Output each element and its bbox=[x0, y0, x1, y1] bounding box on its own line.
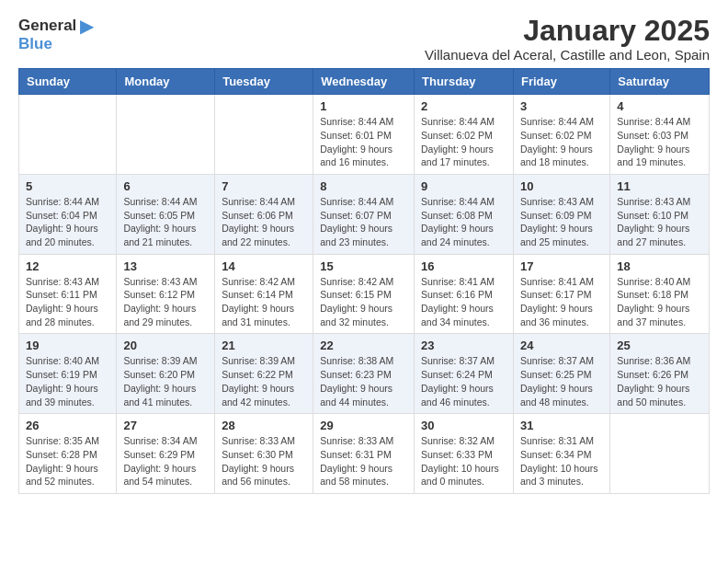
cell-day-number: 24 bbox=[520, 339, 603, 352]
calendar-cell: 13Sunrise: 8:43 AM Sunset: 6:12 PM Dayli… bbox=[117, 254, 215, 334]
cell-day-info: Sunrise: 8:44 AM Sunset: 6:05 PM Dayligh… bbox=[123, 195, 208, 249]
calendar-cell: 21Sunrise: 8:39 AM Sunset: 6:22 PM Dayli… bbox=[215, 334, 313, 414]
calendar-cell: 1Sunrise: 8:44 AM Sunset: 6:01 PM Daylig… bbox=[313, 95, 415, 175]
calendar-table: Sunday Monday Tuesday Wednesday Thursday… bbox=[18, 68, 710, 494]
cell-day-number: 28 bbox=[222, 419, 306, 432]
cell-day-info: Sunrise: 8:33 AM Sunset: 6:31 PM Dayligh… bbox=[320, 434, 407, 488]
cell-day-number: 16 bbox=[421, 259, 506, 273]
cell-day-number: 12 bbox=[26, 259, 109, 273]
cell-day-info: Sunrise: 8:44 AM Sunset: 6:02 PM Dayligh… bbox=[520, 115, 603, 169]
cell-day-number: 11 bbox=[617, 179, 702, 193]
cell-day-info: Sunrise: 8:43 AM Sunset: 6:09 PM Dayligh… bbox=[520, 195, 603, 249]
page-subtitle: Villanueva del Aceral, Castille and Leon… bbox=[425, 47, 710, 63]
cell-day-info: Sunrise: 8:37 AM Sunset: 6:25 PM Dayligh… bbox=[520, 354, 603, 408]
calendar-cell: 19Sunrise: 8:40 AM Sunset: 6:19 PM Dayli… bbox=[19, 334, 117, 414]
calendar-cell: 26Sunrise: 8:35 AM Sunset: 6:28 PM Dayli… bbox=[19, 414, 117, 494]
cell-day-number: 9 bbox=[421, 179, 506, 193]
cell-day-number: 21 bbox=[222, 339, 306, 352]
cell-day-info: Sunrise: 8:39 AM Sunset: 6:22 PM Dayligh… bbox=[222, 354, 306, 408]
header-sunday: Sunday bbox=[19, 69, 117, 95]
week-row: 1Sunrise: 8:44 AM Sunset: 6:01 PM Daylig… bbox=[19, 95, 710, 175]
calendar-cell: 8Sunrise: 8:44 AM Sunset: 6:07 PM Daylig… bbox=[313, 174, 415, 254]
cell-day-number: 29 bbox=[320, 419, 407, 432]
cell-day-info: Sunrise: 8:44 AM Sunset: 6:04 PM Dayligh… bbox=[26, 195, 109, 249]
cell-day-number: 10 bbox=[520, 179, 603, 193]
cell-day-info: Sunrise: 8:43 AM Sunset: 6:12 PM Dayligh… bbox=[123, 275, 208, 329]
cell-day-info: Sunrise: 8:44 AM Sunset: 6:06 PM Dayligh… bbox=[222, 195, 306, 249]
cell-day-info: Sunrise: 8:36 AM Sunset: 6:26 PM Dayligh… bbox=[617, 354, 702, 408]
calendar-cell: 30Sunrise: 8:32 AM Sunset: 6:33 PM Dayli… bbox=[415, 414, 514, 494]
calendar-cell: 24Sunrise: 8:37 AM Sunset: 6:25 PM Dayli… bbox=[513, 334, 609, 414]
week-row: 26Sunrise: 8:35 AM Sunset: 6:28 PM Dayli… bbox=[19, 414, 710, 494]
cell-day-number: 3 bbox=[520, 99, 603, 113]
calendar-cell bbox=[19, 95, 117, 175]
cell-day-info: Sunrise: 8:44 AM Sunset: 6:07 PM Dayligh… bbox=[320, 195, 407, 249]
calendar-cell: 14Sunrise: 8:42 AM Sunset: 6:14 PM Dayli… bbox=[215, 254, 313, 334]
cell-day-number: 8 bbox=[320, 179, 407, 193]
cell-day-info: Sunrise: 8:39 AM Sunset: 6:20 PM Dayligh… bbox=[123, 354, 208, 408]
calendar-cell bbox=[215, 95, 313, 175]
calendar-cell: 7Sunrise: 8:44 AM Sunset: 6:06 PM Daylig… bbox=[215, 174, 313, 254]
calendar-cell bbox=[610, 414, 710, 494]
cell-day-info: Sunrise: 8:44 AM Sunset: 6:02 PM Dayligh… bbox=[421, 115, 506, 169]
calendar-cell: 5Sunrise: 8:44 AM Sunset: 6:04 PM Daylig… bbox=[19, 174, 117, 254]
cell-day-number: 20 bbox=[123, 339, 208, 352]
header: General ▶ Blue January 2025 Villanueva d… bbox=[18, 15, 710, 63]
calendar-cell: 25Sunrise: 8:36 AM Sunset: 6:26 PM Dayli… bbox=[610, 334, 710, 414]
header-monday: Monday bbox=[117, 69, 215, 95]
cell-day-info: Sunrise: 8:44 AM Sunset: 6:03 PM Dayligh… bbox=[617, 115, 702, 169]
cell-day-number: 4 bbox=[617, 99, 702, 113]
calendar-cell: 17Sunrise: 8:41 AM Sunset: 6:17 PM Dayli… bbox=[513, 254, 609, 334]
cell-day-info: Sunrise: 8:41 AM Sunset: 6:17 PM Dayligh… bbox=[520, 275, 603, 329]
calendar-cell: 27Sunrise: 8:34 AM Sunset: 6:29 PM Dayli… bbox=[117, 414, 215, 494]
cell-day-number: 25 bbox=[617, 339, 702, 352]
calendar-cell: 9Sunrise: 8:44 AM Sunset: 6:08 PM Daylig… bbox=[415, 174, 514, 254]
calendar-cell: 2Sunrise: 8:44 AM Sunset: 6:02 PM Daylig… bbox=[415, 95, 514, 175]
calendar-cell: 23Sunrise: 8:37 AM Sunset: 6:24 PM Dayli… bbox=[415, 334, 514, 414]
week-row: 12Sunrise: 8:43 AM Sunset: 6:11 PM Dayli… bbox=[19, 254, 710, 334]
calendar-cell: 29Sunrise: 8:33 AM Sunset: 6:31 PM Dayli… bbox=[313, 414, 415, 494]
header-saturday: Saturday bbox=[610, 69, 710, 95]
cell-day-info: Sunrise: 8:38 AM Sunset: 6:23 PM Dayligh… bbox=[320, 354, 407, 408]
cell-day-info: Sunrise: 8:34 AM Sunset: 6:29 PM Dayligh… bbox=[123, 434, 208, 488]
cell-day-info: Sunrise: 8:37 AM Sunset: 6:24 PM Dayligh… bbox=[421, 354, 506, 408]
calendar-cell: 31Sunrise: 8:31 AM Sunset: 6:34 PM Dayli… bbox=[513, 414, 609, 494]
cell-day-number: 2 bbox=[421, 99, 506, 113]
logo-bird-icon: ▶ bbox=[80, 15, 94, 37]
calendar-cell: 22Sunrise: 8:38 AM Sunset: 6:23 PM Dayli… bbox=[313, 334, 415, 414]
page: General ▶ Blue January 2025 Villanueva d… bbox=[0, 0, 728, 509]
week-row: 19Sunrise: 8:40 AM Sunset: 6:19 PM Dayli… bbox=[19, 334, 710, 414]
cell-day-number: 18 bbox=[617, 259, 702, 273]
cell-day-info: Sunrise: 8:33 AM Sunset: 6:30 PM Dayligh… bbox=[222, 434, 306, 488]
calendar-cell: 12Sunrise: 8:43 AM Sunset: 6:11 PM Dayli… bbox=[19, 254, 117, 334]
cell-day-info: Sunrise: 8:35 AM Sunset: 6:28 PM Dayligh… bbox=[26, 434, 109, 488]
cell-day-info: Sunrise: 8:31 AM Sunset: 6:34 PM Dayligh… bbox=[520, 434, 603, 488]
header-thursday: Thursday bbox=[415, 69, 514, 95]
title-block: January 2025 Villanueva del Aceral, Cast… bbox=[425, 15, 710, 63]
cell-day-number: 1 bbox=[320, 99, 407, 113]
calendar-cell: 28Sunrise: 8:33 AM Sunset: 6:30 PM Dayli… bbox=[215, 414, 313, 494]
cell-day-number: 6 bbox=[123, 179, 208, 193]
cell-day-info: Sunrise: 8:43 AM Sunset: 6:11 PM Dayligh… bbox=[26, 275, 109, 329]
cell-day-number: 30 bbox=[421, 419, 506, 432]
cell-day-number: 7 bbox=[222, 179, 306, 193]
cell-day-number: 17 bbox=[520, 259, 603, 273]
cell-day-number: 19 bbox=[26, 339, 109, 352]
cell-day-info: Sunrise: 8:42 AM Sunset: 6:14 PM Dayligh… bbox=[222, 275, 306, 329]
header-wednesday: Wednesday bbox=[313, 69, 415, 95]
cell-day-number: 23 bbox=[421, 339, 506, 352]
cell-day-info: Sunrise: 8:44 AM Sunset: 6:08 PM Dayligh… bbox=[421, 195, 506, 249]
calendar-cell: 11Sunrise: 8:43 AM Sunset: 6:10 PM Dayli… bbox=[610, 174, 710, 254]
cell-day-info: Sunrise: 8:40 AM Sunset: 6:18 PM Dayligh… bbox=[617, 275, 702, 329]
calendar-cell: 20Sunrise: 8:39 AM Sunset: 6:20 PM Dayli… bbox=[117, 334, 215, 414]
cell-day-number: 22 bbox=[320, 339, 407, 352]
cell-day-number: 15 bbox=[320, 259, 407, 273]
cell-day-info: Sunrise: 8:32 AM Sunset: 6:33 PM Dayligh… bbox=[421, 434, 506, 488]
calendar-cell: 18Sunrise: 8:40 AM Sunset: 6:18 PM Dayli… bbox=[610, 254, 710, 334]
header-tuesday: Tuesday bbox=[215, 69, 313, 95]
page-title: January 2025 bbox=[425, 15, 710, 47]
cell-day-number: 26 bbox=[26, 419, 109, 432]
cell-day-info: Sunrise: 8:41 AM Sunset: 6:16 PM Dayligh… bbox=[421, 275, 506, 329]
cell-day-info: Sunrise: 8:44 AM Sunset: 6:01 PM Dayligh… bbox=[320, 115, 407, 169]
logo: General ▶ Blue bbox=[18, 15, 94, 53]
